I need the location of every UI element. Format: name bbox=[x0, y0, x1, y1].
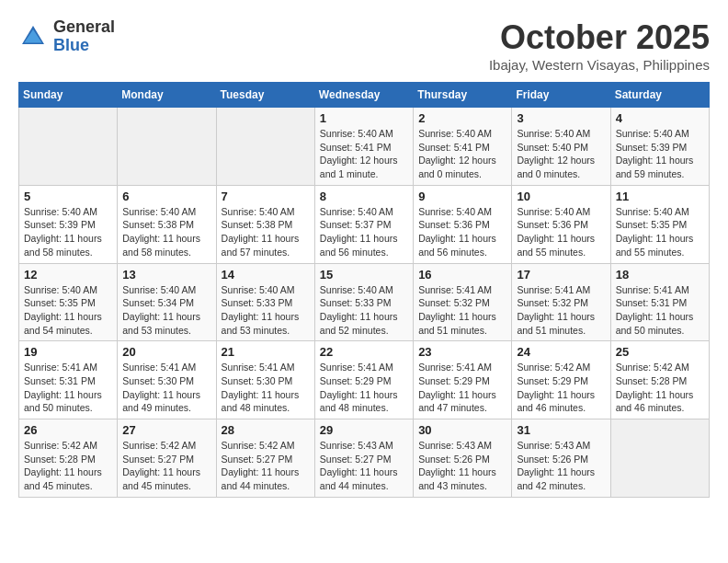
calendar-cell: 10Sunrise: 5:40 AM Sunset: 5:36 PM Dayli… bbox=[512, 185, 610, 263]
day-info: Sunrise: 5:42 AM Sunset: 5:28 PM Dayligh… bbox=[24, 439, 112, 493]
header-day-sunday: Sunday bbox=[19, 83, 118, 108]
logo-blue-label: Blue bbox=[53, 37, 115, 55]
day-info: Sunrise: 5:40 AM Sunset: 5:39 PM Dayligh… bbox=[24, 205, 112, 259]
calendar-cell: 16Sunrise: 5:41 AM Sunset: 5:32 PM Dayli… bbox=[414, 263, 512, 341]
day-number: 18 bbox=[616, 268, 704, 282]
calendar-cell: 26Sunrise: 5:42 AM Sunset: 5:28 PM Dayli… bbox=[19, 419, 118, 498]
day-number: 17 bbox=[517, 268, 605, 282]
day-number: 27 bbox=[122, 423, 210, 437]
header-day-tuesday: Tuesday bbox=[216, 83, 314, 108]
calendar-cell: 22Sunrise: 5:41 AM Sunset: 5:29 PM Dayli… bbox=[314, 341, 413, 419]
calendar-cell: 8Sunrise: 5:40 AM Sunset: 5:37 PM Daylig… bbox=[314, 185, 413, 263]
day-number: 7 bbox=[222, 190, 310, 203]
calendar-week-5: 26Sunrise: 5:42 AM Sunset: 5:28 PM Dayli… bbox=[19, 419, 710, 498]
day-number: 15 bbox=[320, 268, 408, 282]
day-info: Sunrise: 5:40 AM Sunset: 5:40 PM Dayligh… bbox=[517, 127, 605, 181]
logo: General Blue bbox=[18, 18, 115, 55]
day-info: Sunrise: 5:40 AM Sunset: 5:38 PM Dayligh… bbox=[222, 205, 310, 259]
calendar-week-3: 12Sunrise: 5:40 AM Sunset: 5:35 PM Dayli… bbox=[19, 263, 710, 341]
calendar-week-1: 1Sunrise: 5:40 AM Sunset: 5:41 PM Daylig… bbox=[19, 108, 710, 186]
calendar-cell bbox=[118, 108, 216, 186]
header-day-wednesday: Wednesday bbox=[314, 83, 413, 108]
day-number: 23 bbox=[418, 345, 506, 359]
day-number: 3 bbox=[517, 111, 605, 125]
calendar-cell: 31Sunrise: 5:43 AM Sunset: 5:26 PM Dayli… bbox=[512, 419, 610, 498]
calendar-cell: 23Sunrise: 5:41 AM Sunset: 5:29 PM Dayli… bbox=[414, 341, 512, 419]
day-number: 9 bbox=[418, 190, 506, 203]
day-number: 11 bbox=[616, 190, 704, 203]
calendar-cell: 13Sunrise: 5:40 AM Sunset: 5:34 PM Dayli… bbox=[118, 263, 216, 341]
calendar-cell: 11Sunrise: 5:40 AM Sunset: 5:35 PM Dayli… bbox=[610, 185, 709, 263]
calendar-cell: 21Sunrise: 5:41 AM Sunset: 5:30 PM Dayli… bbox=[216, 341, 314, 419]
day-number: 13 bbox=[122, 268, 210, 282]
day-info: Sunrise: 5:41 AM Sunset: 5:30 PM Dayligh… bbox=[122, 361, 210, 415]
calendar-cell: 25Sunrise: 5:42 AM Sunset: 5:28 PM Dayli… bbox=[610, 341, 709, 419]
calendar-cell: 14Sunrise: 5:40 AM Sunset: 5:33 PM Dayli… bbox=[216, 263, 314, 341]
calendar-body: 1Sunrise: 5:40 AM Sunset: 5:41 PM Daylig… bbox=[19, 108, 710, 498]
day-info: Sunrise: 5:43 AM Sunset: 5:26 PM Dayligh… bbox=[517, 439, 605, 493]
calendar-cell: 29Sunrise: 5:43 AM Sunset: 5:27 PM Dayli… bbox=[314, 419, 413, 498]
header-row: SundayMondayTuesdayWednesdayThursdayFrid… bbox=[19, 83, 710, 108]
day-info: Sunrise: 5:40 AM Sunset: 5:36 PM Dayligh… bbox=[418, 205, 506, 259]
header-day-saturday: Saturday bbox=[610, 83, 709, 108]
day-info: Sunrise: 5:41 AM Sunset: 5:29 PM Dayligh… bbox=[418, 361, 506, 415]
calendar-table: SundayMondayTuesdayWednesdayThursdayFrid… bbox=[18, 82, 710, 498]
day-info: Sunrise: 5:40 AM Sunset: 5:37 PM Dayligh… bbox=[320, 205, 408, 259]
day-info: Sunrise: 5:40 AM Sunset: 5:41 PM Dayligh… bbox=[320, 127, 408, 181]
day-number: 31 bbox=[517, 423, 605, 437]
day-info: Sunrise: 5:41 AM Sunset: 5:32 PM Dayligh… bbox=[517, 283, 605, 338]
calendar-cell: 24Sunrise: 5:42 AM Sunset: 5:29 PM Dayli… bbox=[512, 341, 610, 419]
calendar-cell: 27Sunrise: 5:42 AM Sunset: 5:27 PM Dayli… bbox=[118, 419, 216, 498]
day-info: Sunrise: 5:40 AM Sunset: 5:33 PM Dayligh… bbox=[222, 283, 310, 338]
day-info: Sunrise: 5:40 AM Sunset: 5:39 PM Dayligh… bbox=[616, 127, 704, 181]
day-number: 1 bbox=[320, 111, 408, 125]
calendar-cell: 17Sunrise: 5:41 AM Sunset: 5:32 PM Dayli… bbox=[512, 263, 610, 341]
calendar-cell: 7Sunrise: 5:40 AM Sunset: 5:38 PM Daylig… bbox=[216, 185, 314, 263]
calendar-cell: 18Sunrise: 5:41 AM Sunset: 5:31 PM Dayli… bbox=[610, 263, 709, 341]
calendar-cell: 12Sunrise: 5:40 AM Sunset: 5:35 PM Dayli… bbox=[19, 263, 118, 341]
day-number: 14 bbox=[222, 268, 310, 282]
day-number: 12 bbox=[24, 268, 112, 282]
day-info: Sunrise: 5:41 AM Sunset: 5:31 PM Dayligh… bbox=[24, 361, 112, 415]
calendar-cell: 9Sunrise: 5:40 AM Sunset: 5:36 PM Daylig… bbox=[414, 185, 512, 263]
calendar-cell: 1Sunrise: 5:40 AM Sunset: 5:41 PM Daylig… bbox=[314, 108, 413, 186]
calendar-cell bbox=[216, 108, 314, 186]
day-number: 10 bbox=[517, 190, 605, 203]
day-info: Sunrise: 5:40 AM Sunset: 5:38 PM Dayligh… bbox=[122, 205, 210, 259]
calendar-cell bbox=[19, 108, 118, 186]
day-number: 22 bbox=[320, 345, 408, 359]
day-number: 24 bbox=[517, 345, 605, 359]
day-info: Sunrise: 5:41 AM Sunset: 5:31 PM Dayligh… bbox=[616, 283, 704, 338]
calendar-cell: 4Sunrise: 5:40 AM Sunset: 5:39 PM Daylig… bbox=[610, 108, 709, 186]
calendar-cell: 30Sunrise: 5:43 AM Sunset: 5:26 PM Dayli… bbox=[414, 419, 512, 498]
day-info: Sunrise: 5:42 AM Sunset: 5:27 PM Dayligh… bbox=[222, 439, 310, 493]
day-info: Sunrise: 5:42 AM Sunset: 5:29 PM Dayligh… bbox=[517, 361, 605, 415]
day-info: Sunrise: 5:43 AM Sunset: 5:27 PM Dayligh… bbox=[320, 439, 408, 493]
day-info: Sunrise: 5:41 AM Sunset: 5:29 PM Dayligh… bbox=[320, 361, 408, 415]
day-number: 29 bbox=[320, 423, 408, 437]
calendar-cell: 2Sunrise: 5:40 AM Sunset: 5:41 PM Daylig… bbox=[414, 108, 512, 186]
title-block: October 2025 Ibajay, Western Visayas, Ph… bbox=[489, 18, 710, 73]
day-number: 25 bbox=[616, 345, 704, 359]
calendar-cell: 3Sunrise: 5:40 AM Sunset: 5:40 PM Daylig… bbox=[512, 108, 610, 186]
day-info: Sunrise: 5:40 AM Sunset: 5:33 PM Dayligh… bbox=[320, 283, 408, 338]
day-info: Sunrise: 5:40 AM Sunset: 5:41 PM Dayligh… bbox=[418, 127, 506, 181]
day-number: 5 bbox=[24, 190, 112, 203]
calendar-cell: 19Sunrise: 5:41 AM Sunset: 5:31 PM Dayli… bbox=[19, 341, 118, 419]
logo-general-label: General bbox=[53, 18, 115, 37]
calendar-week-2: 5Sunrise: 5:40 AM Sunset: 5:39 PM Daylig… bbox=[19, 185, 710, 263]
calendar-header: SundayMondayTuesdayWednesdayThursdayFrid… bbox=[19, 83, 710, 108]
day-number: 8 bbox=[320, 190, 408, 203]
day-number: 30 bbox=[418, 423, 506, 437]
main-title: October 2025 bbox=[489, 18, 710, 57]
day-info: Sunrise: 5:41 AM Sunset: 5:32 PM Dayligh… bbox=[418, 283, 506, 338]
day-info: Sunrise: 5:40 AM Sunset: 5:36 PM Dayligh… bbox=[517, 205, 605, 259]
logo-icon bbox=[18, 22, 48, 52]
calendar-cell bbox=[610, 419, 709, 498]
day-info: Sunrise: 5:42 AM Sunset: 5:28 PM Dayligh… bbox=[616, 361, 704, 415]
calendar-cell: 15Sunrise: 5:40 AM Sunset: 5:33 PM Dayli… bbox=[314, 263, 413, 341]
day-info: Sunrise: 5:43 AM Sunset: 5:26 PM Dayligh… bbox=[418, 439, 506, 493]
header-day-thursday: Thursday bbox=[414, 83, 512, 108]
calendar-cell: 20Sunrise: 5:41 AM Sunset: 5:30 PM Dayli… bbox=[118, 341, 216, 419]
subtitle: Ibajay, Western Visayas, Philippines bbox=[489, 57, 710, 73]
